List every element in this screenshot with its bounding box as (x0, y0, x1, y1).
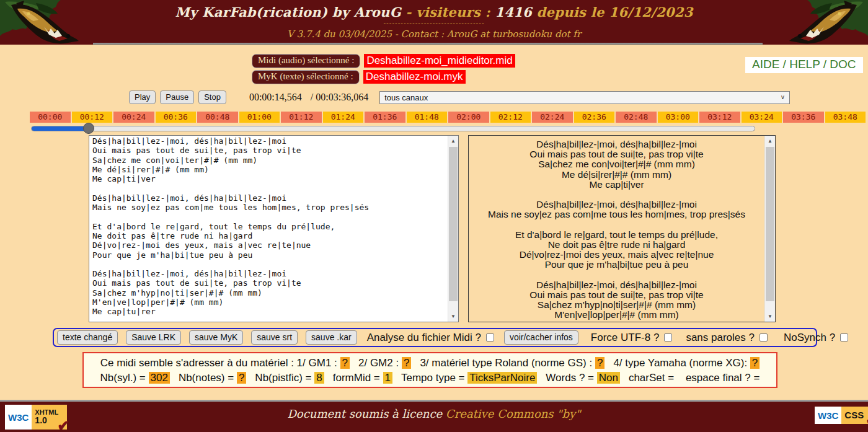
title-main: My KarFab(rication) by ArouG (175, 4, 401, 20)
nb-syl-value: 302 (149, 372, 170, 384)
timeline: 00:0000:1200:2400:3600:4801:0001:1201:24… (30, 112, 866, 123)
midi-info-line2: Nb(syl.) = 302Nb(notes) = ?Nb(pistfic) =… (84, 371, 776, 386)
force-utf8-checkbox[interactable] (664, 333, 672, 342)
w3c-logo: W3C (5, 405, 32, 430)
lyrics-textarea[interactable]: Dés|ha|bil|lez-|moi, dés|ha|bil|lez-|moi… (89, 136, 448, 322)
checkmark-icon: ✔ (57, 418, 69, 432)
gm2-value: ? (402, 357, 411, 369)
timeline-cell[interactable]: 03:12 (699, 112, 740, 123)
right-scrollbar[interactable]: ▲ ▼ (764, 136, 775, 322)
analyse-midi-checkbox[interactable] (486, 333, 494, 342)
midi-info-line1: Ce midi semble s'adresser à du matériel … (84, 356, 776, 371)
aide-help-doc-link[interactable]: AIDE / HELP / DOC (745, 57, 863, 73)
timeline-cell[interactable]: 02:24 (532, 112, 573, 123)
info-text: 4/ type Yamaha (norme XG): (613, 357, 750, 369)
save-myk-button[interactable]: sauve MyK (189, 330, 243, 345)
header: My KarFab(rication) by ArouG - visiteurs… (0, 0, 868, 45)
save-lrk-button[interactable]: Sauve LRK (126, 330, 181, 345)
header-dashes: ----------------------------------- (0, 20, 868, 26)
timeline-cell[interactable]: 01:48 (407, 112, 448, 123)
save-controls-row: texte changé Sauve LRK sauve MyK sauve s… (53, 328, 817, 347)
slider-thumb[interactable] (83, 123, 94, 134)
total-time: / 00:03:36,064 (311, 92, 368, 103)
nosynch-label: NoSynch ? (784, 332, 835, 344)
myk-file-row: MyK (texte) sélectionné : Deshabillez-mo… (252, 69, 515, 84)
save-kar-button[interactable]: sauve .kar (306, 330, 357, 345)
timeline-cell[interactable]: 03:36 (783, 112, 824, 123)
wolf-logo-right (774, 0, 868, 45)
timeline-cell[interactable]: 02:12 (490, 112, 531, 123)
myk-filename[interactable]: Deshabillez-moi.myk (363, 70, 466, 84)
channel-select-value: tous canaux (384, 93, 428, 102)
analyse-midi-label: Analyse du fichier Midi ? (367, 332, 481, 344)
lyrics-preview-text: Dés|ha|bil|lez-|moi, dés|ha|bil|lez-|moi… (469, 136, 764, 322)
w3c-css-badge[interactable]: W3C CSS ✔ (815, 407, 868, 424)
license-text: Document soumis à licence Creative Commo… (0, 407, 868, 420)
info-text: Nb(pistfic) = (255, 372, 314, 384)
timeline-cell[interactable]: 00:00 (30, 112, 71, 123)
show-hide-infos-button[interactable]: voir/cacher infos (504, 330, 578, 345)
header-rule (93, 43, 763, 45)
play-button[interactable]: Play (129, 90, 156, 104)
info-text: formMid = (333, 372, 383, 384)
scroll-down-icon[interactable]: ▼ (448, 311, 458, 322)
title-sep: - (401, 4, 416, 20)
timeline-cell[interactable]: 00:36 (156, 112, 197, 123)
nb-pistfic-value: 8 (314, 372, 324, 384)
timeline-cell[interactable]: 02:36 (574, 112, 615, 123)
timeline-cell[interactable]: 01:00 (239, 112, 280, 123)
info-text: Words ? = (546, 372, 596, 384)
midi-file-row: Midi (audio) sélectionné : Deshabillez-m… (252, 53, 515, 68)
sans-paroles-checkbox[interactable] (760, 333, 768, 342)
info-text: Ce midi semble s'adresser à du matériel … (100, 357, 340, 369)
left-scrollbar-thumb[interactable] (449, 147, 458, 301)
roland-gs-value: ? (595, 357, 604, 369)
wolf-logo-left (0, 0, 94, 45)
midi-filename[interactable]: Deshabillez-moi_midieditor.mid (364, 54, 515, 68)
timeline-cell[interactable]: 03:00 (658, 112, 699, 123)
css-badge-label: CSS (841, 407, 868, 424)
stop-button[interactable]: Stop (198, 90, 226, 104)
timeline-cell[interactable]: 00:48 (197, 112, 238, 123)
info-text: Tempo type = (401, 372, 467, 384)
nosynch-checkbox[interactable] (840, 333, 848, 342)
creative-commons-link[interactable]: Creative Commons "by" (446, 407, 581, 420)
save-srt-button[interactable]: sauve srt (251, 330, 298, 345)
timeline-cell[interactable]: 02:48 (616, 112, 657, 123)
left-scrollbar[interactable]: ▲ ▼ (448, 136, 458, 322)
midi-selected-label[interactable]: Midi (audio) sélectionné : (252, 54, 360, 68)
file-selection: Midi (audio) sélectionné : Deshabillez-m… (252, 53, 515, 86)
scroll-up-icon[interactable]: ▲ (765, 136, 775, 146)
lyrics-editor-panel: Dés|ha|bil|lez-|moi, dés|ha|bil|lez-|moi… (89, 135, 459, 322)
position-slider[interactable] (31, 123, 755, 134)
visitors-label: visiteurs : (416, 4, 495, 20)
words-value: Non (597, 372, 620, 384)
timeline-cell[interactable]: 02:00 (448, 112, 489, 123)
timeline-cell[interactable]: 01:24 (323, 112, 364, 123)
timeline-cell[interactable]: 03:24 (742, 112, 782, 123)
timeline-cell[interactable]: 01:36 (365, 112, 405, 123)
scroll-up-icon[interactable]: ▲ (448, 136, 458, 146)
player-controls: Play Pause Stop 00:00:14,564 / 00:03:36,… (129, 90, 790, 104)
info-text: Nb(notes) = (179, 372, 237, 384)
timeline-cell[interactable]: 00:24 (113, 112, 154, 123)
right-scrollbar-thumb[interactable] (766, 147, 774, 301)
timeline-cell[interactable]: 03:48 (825, 112, 866, 123)
karfab-page: My KarFab(rication) by ArouG - visiteurs… (0, 0, 868, 432)
myk-selected-label[interactable]: MyK (texte) sélectionné : (252, 70, 360, 84)
pause-button[interactable]: Pause (160, 90, 194, 104)
text-changed-button[interactable]: texte changé (57, 330, 118, 345)
w3c-xhtml-badge[interactable]: W3C XHTML 1.0 ✔ (5, 405, 67, 430)
slider-track[interactable] (31, 126, 755, 131)
lyrics-preview-panel: Dés|ha|bil|lez-|moi, dés|ha|bil|lez-|moi… (468, 135, 776, 322)
gm1-value: ? (340, 357, 350, 369)
channel-select[interactable]: tous canaux ∨ (379, 91, 790, 104)
footer: W3C XHTML 1.0 ✔ Document soumis à licenc… (0, 400, 868, 432)
version-contact-line: V 3.7.4 du 03/04/2025 - Contact : ArouG … (0, 29, 868, 40)
chevron-down-icon: ∨ (781, 94, 785, 100)
timeline-cell[interactable]: 00:12 (72, 112, 113, 123)
info-text: Nb(syl.) = (100, 372, 149, 384)
scroll-down-icon[interactable]: ▼ (765, 311, 775, 322)
sans-paroles-label: sans paroles ? (686, 332, 755, 344)
timeline-cell[interactable]: 01:12 (281, 112, 322, 123)
